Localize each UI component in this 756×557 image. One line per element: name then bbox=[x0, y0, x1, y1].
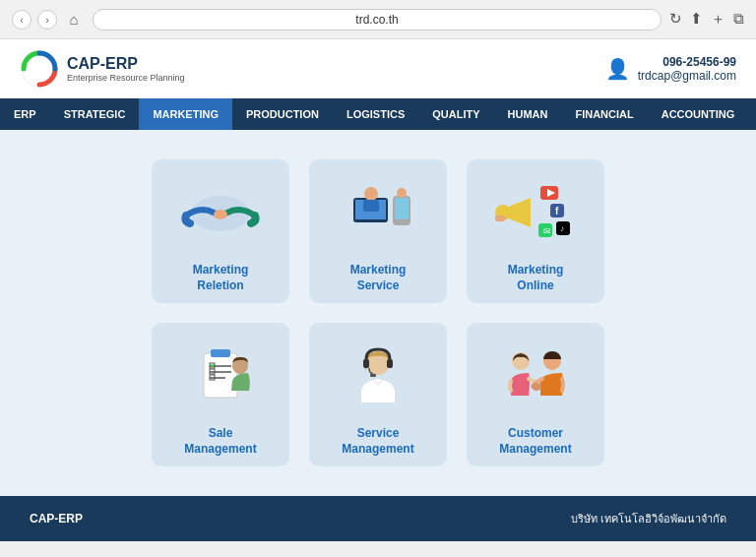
app-header: CAP-ERP Enterprise Resource Planning 👤 0… bbox=[0, 39, 756, 98]
card-customer-management[interactable]: Customer Management bbox=[467, 323, 604, 466]
footer: CAP-ERP บริษัท เทคโนโลฮิวิจ์อพัฒนาจำกัด bbox=[0, 496, 756, 541]
card-image-service-management bbox=[329, 338, 427, 416]
svg-rect-37 bbox=[363, 359, 369, 368]
meeting-illustration bbox=[334, 178, 422, 249]
nav-item-human[interactable]: HUMAN bbox=[494, 98, 562, 130]
card-label-service-management: Service Management bbox=[342, 426, 413, 457]
contact-area: 👤 096-25456-99 trdcap@gmail.com bbox=[605, 55, 736, 83]
card-label-sale-management: Sale Management bbox=[184, 426, 256, 457]
nav-bar: ERP STRATEGIC MARKETING PRODUCTION LOGIS… bbox=[0, 98, 756, 130]
headset-illustration bbox=[334, 341, 422, 412]
logo-name: CAP-ERP bbox=[67, 55, 185, 73]
svg-rect-38 bbox=[387, 359, 393, 368]
user-icon: 👤 bbox=[605, 57, 630, 81]
svg-rect-10 bbox=[395, 198, 409, 219]
card-marketing-relation[interactable]: Marketing Reletion bbox=[152, 159, 289, 303]
card-image-marketing-online: f ✉ ♪ bbox=[486, 174, 585, 253]
svg-rect-14 bbox=[495, 216, 505, 221]
card-service-management[interactable]: Service Management bbox=[309, 323, 447, 466]
card-sale-management[interactable]: Sale Management bbox=[152, 323, 289, 466]
main-content: Marketing Reletion bbox=[0, 130, 756, 496]
app-container: CAP-ERP Enterprise Resource Planning 👤 0… bbox=[0, 39, 756, 541]
extension-icon[interactable]: ⧉ bbox=[733, 10, 744, 29]
svg-point-11 bbox=[397, 188, 407, 198]
handshake-illustration bbox=[176, 178, 265, 249]
svg-point-7 bbox=[364, 187, 378, 201]
bottom-space bbox=[0, 541, 756, 557]
nav-item-quality[interactable]: QUALITY bbox=[418, 98, 493, 130]
card-image-marketing-service bbox=[329, 174, 427, 253]
footer-brand: CAP-ERP bbox=[30, 512, 83, 526]
nav-item-information[interactable]: INFORMATION bbox=[748, 98, 756, 130]
nav-item-accounting[interactable]: ACCOUNTING bbox=[648, 98, 749, 130]
card-image-customer-management bbox=[486, 338, 585, 416]
card-label-marketing-online: Marketing Online bbox=[508, 263, 564, 293]
card-label-customer-management: Customer Management bbox=[499, 426, 571, 457]
svg-rect-24 bbox=[204, 353, 237, 398]
svg-point-3 bbox=[214, 210, 227, 219]
phone-number: 096-25456-99 bbox=[638, 55, 736, 69]
browser-actions: ↻ ⬆ ＋ ⧉ bbox=[669, 10, 744, 29]
svg-rect-39 bbox=[370, 374, 376, 377]
address-bar[interactable]: trd.co.th bbox=[93, 9, 662, 31]
refresh-icon[interactable]: ↻ bbox=[669, 10, 682, 29]
share-icon[interactable]: ⬆ bbox=[690, 10, 703, 29]
browser-chrome: ‹ › ⌂ trd.co.th ↻ ⬆ ＋ ⧉ bbox=[0, 0, 756, 39]
svg-rect-40 bbox=[491, 341, 580, 412]
logo-sub: Enterprise Resource Planning bbox=[67, 73, 185, 83]
social-media-illustration: f ✉ ♪ bbox=[491, 178, 580, 249]
home-button[interactable]: ⌂ bbox=[63, 9, 85, 31]
back-button[interactable]: ‹ bbox=[12, 10, 32, 30]
nav-item-strategic[interactable]: STRATEGIC bbox=[50, 98, 140, 130]
svg-text:♪: ♪ bbox=[560, 224, 564, 233]
nav-item-marketing[interactable]: MARKETING bbox=[139, 98, 232, 130]
cards-grid: Marketing Reletion bbox=[152, 159, 604, 466]
nav-item-production[interactable]: PRODUCTION bbox=[232, 98, 333, 130]
clipboard-illustration bbox=[176, 341, 265, 412]
contact-details: 096-25456-99 trdcap@gmail.com bbox=[638, 55, 736, 83]
card-marketing-service[interactable]: Marketing Service bbox=[309, 159, 447, 303]
email-address: trdcap@gmail.com bbox=[638, 69, 736, 83]
nav-item-erp[interactable]: ERP bbox=[0, 98, 50, 130]
browser-nav: ‹ › ⌂ bbox=[12, 9, 85, 31]
nav-item-logistics[interactable]: LOGISTICS bbox=[333, 98, 418, 130]
card-label-marketing-service: Marketing Service bbox=[350, 263, 407, 293]
card-marketing-online[interactable]: f ✉ ♪ Marketing Online bbox=[467, 159, 604, 303]
logo-text: CAP-ERP Enterprise Resource Planning bbox=[67, 55, 185, 83]
new-tab-icon[interactable]: ＋ bbox=[711, 10, 725, 29]
card-image-marketing-relation bbox=[171, 174, 270, 253]
logo-area: CAP-ERP Enterprise Resource Planning bbox=[20, 49, 185, 89]
svg-rect-8 bbox=[363, 200, 379, 212]
svg-point-43 bbox=[532, 383, 541, 391]
svg-text:✉: ✉ bbox=[543, 226, 551, 236]
forward-button[interactable]: › bbox=[37, 10, 57, 30]
card-label-marketing-relation: Marketing Reletion bbox=[193, 263, 249, 293]
footer-company: บริษัท เทคโนโลฮิวิจ์อพัฒนาจำกัด bbox=[571, 510, 726, 527]
card-image-sale-management bbox=[171, 338, 270, 416]
svg-rect-25 bbox=[211, 349, 230, 357]
customer-illustration bbox=[491, 341, 580, 412]
logo-icon bbox=[20, 49, 59, 89]
nav-item-financial[interactable]: FINANCIAL bbox=[561, 98, 647, 130]
